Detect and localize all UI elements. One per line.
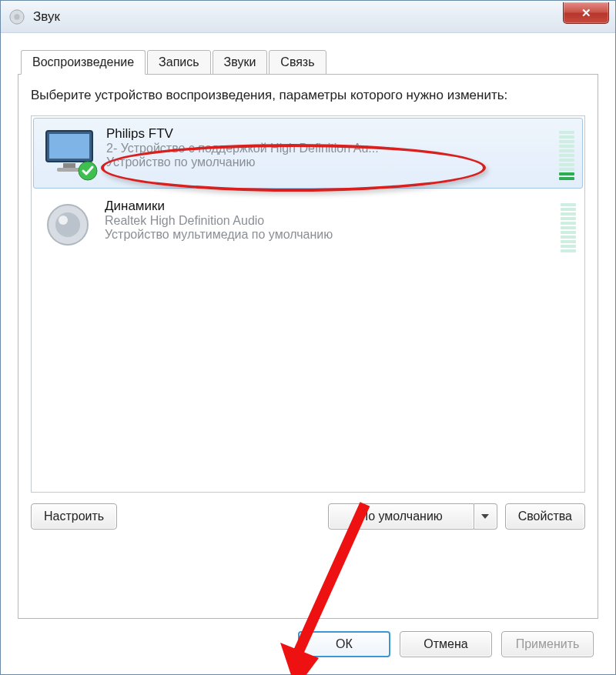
dialog-button-row: ОК Отмена Применить bbox=[18, 619, 598, 660]
device-status: Устройство мультимедиа по умолчанию bbox=[105, 228, 554, 242]
svg-point-9 bbox=[59, 216, 68, 225]
device-item-philips[interactable]: Philips FTV 2- Устройство с поддержкой H… bbox=[33, 118, 583, 189]
set-default-splitbutton[interactable]: По умолчанию bbox=[328, 503, 497, 530]
tab-sounds[interactable]: Звуки bbox=[213, 50, 268, 75]
set-default-button[interactable]: По умолчанию bbox=[328, 503, 474, 530]
vu-meter bbox=[561, 197, 576, 252]
instruction-text: Выберите устройство воспроизведения, пар… bbox=[31, 87, 585, 105]
properties-button[interactable]: Свойства bbox=[505, 503, 585, 530]
close-button[interactable]: ✕ bbox=[563, 2, 609, 24]
device-status: Устройство по умолчанию bbox=[106, 155, 553, 169]
tab-playback[interactable]: Воспроизведение bbox=[21, 50, 146, 75]
device-desc: 2- Устройство с поддержкой High Definiti… bbox=[106, 142, 553, 155]
configure-button[interactable]: Настроить bbox=[31, 503, 117, 530]
device-list[interactable]: Philips FTV 2- Устройство с поддержкой H… bbox=[31, 115, 585, 493]
cancel-button[interactable]: Отмена bbox=[400, 631, 492, 657]
device-desc: Realtek High Definition Audio bbox=[105, 214, 554, 228]
default-badge-icon bbox=[77, 160, 99, 182]
sound-settings-window: Звук ✕ Воспроизведение Запись Звуки Связ… bbox=[0, 0, 616, 675]
panel-button-row: Настроить По умолчанию Свойства bbox=[31, 503, 585, 530]
close-icon: ✕ bbox=[581, 7, 591, 18]
ok-button[interactable]: ОК bbox=[298, 631, 390, 657]
tab-recording[interactable]: Запись bbox=[147, 50, 211, 75]
svg-point-8 bbox=[55, 212, 80, 237]
client-area: Воспроизведение Запись Звуки Связь Выбер… bbox=[1, 33, 615, 674]
vu-meter bbox=[559, 125, 574, 180]
apply-button[interactable]: Применить bbox=[501, 631, 594, 657]
window-title: Звук bbox=[33, 9, 60, 25]
svg-rect-3 bbox=[49, 134, 89, 159]
device-name: Philips FTV bbox=[106, 126, 553, 142]
set-default-dropdown[interactable] bbox=[474, 503, 497, 530]
sound-icon bbox=[8, 8, 25, 25]
monitor-icon bbox=[42, 125, 97, 180]
device-item-speakers[interactable]: Динамики Realtek High Definition Audio У… bbox=[32, 190, 584, 261]
speaker-icon bbox=[40, 197, 95, 252]
svg-point-1 bbox=[14, 14, 19, 19]
titlebar: Звук ✕ bbox=[1, 1, 615, 33]
tab-communications[interactable]: Связь bbox=[269, 50, 326, 75]
tab-panel-playback: Выберите устройство воспроизведения, пар… bbox=[18, 74, 598, 619]
tabstrip: Воспроизведение Запись Звуки Связь bbox=[18, 50, 598, 75]
device-name: Динамики bbox=[105, 199, 554, 214]
svg-rect-4 bbox=[63, 163, 75, 168]
